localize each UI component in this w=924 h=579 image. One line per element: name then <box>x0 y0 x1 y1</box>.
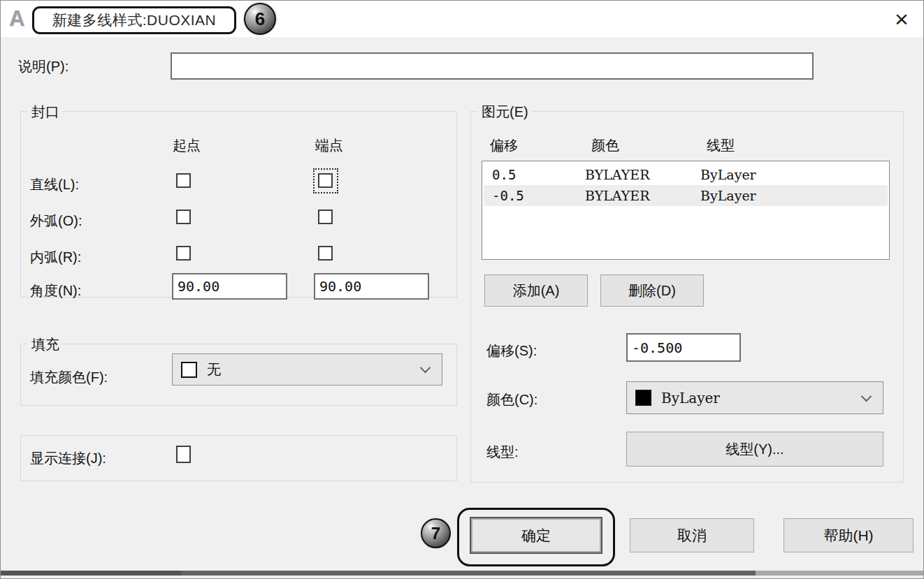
caps-line-start-checkbox[interactable] <box>176 173 191 188</box>
element-linetype-cell: ByLayer <box>700 188 888 203</box>
elements-col-linetype-header: 线型 <box>707 136 735 155</box>
elements-col-offset-header: 偏移 <box>490 136 518 155</box>
description-input[interactable] <box>171 52 814 80</box>
display-joints-checkbox[interactable] <box>176 446 191 463</box>
fill-group-title: 填充 <box>28 335 63 354</box>
step-badge-7: 7 <box>421 518 451 548</box>
caps-outer-arc-end-checkbox[interactable] <box>318 210 333 224</box>
caps-angle-label: 角度(N): <box>30 281 81 300</box>
caps-inner-arc-start-checkbox[interactable] <box>176 246 191 261</box>
help-button[interactable]: 帮助(H) <box>784 518 914 552</box>
element-row-selected[interactable]: -0.5 BYLAYER ByLayer <box>484 185 888 206</box>
add-button[interactable]: 添加(A) <box>484 274 588 307</box>
fill-color-dropdown[interactable]: 无 <box>172 353 442 386</box>
element-color-cell: BYLAYER <box>585 167 700 182</box>
chevron-down-icon <box>420 362 431 374</box>
color-swatch <box>635 390 651 406</box>
caps-angle-end-input[interactable] <box>314 273 429 300</box>
caps-col-start-header: 起点 <box>173 136 201 155</box>
cancel-button[interactable]: 取消 <box>630 518 754 552</box>
caps-col-end-header: 端点 <box>315 136 343 155</box>
delete-button[interactable]: 删除(D) <box>600 274 704 307</box>
description-label: 说明(P): <box>18 57 68 76</box>
caps-inner-arc-label: 内弧(R): <box>30 248 81 267</box>
autocad-logo-icon: A <box>9 6 24 31</box>
caps-outer-arc-label: 外弧(O): <box>30 212 82 230</box>
linetype-label: 线型: <box>486 443 519 462</box>
bottom-edge-left <box>1 571 181 576</box>
ok-button[interactable]: 确定 <box>470 517 602 554</box>
chevron-down-icon <box>861 390 872 402</box>
element-color-cell: BYLAYER <box>585 188 700 203</box>
fill-color-swatch <box>181 362 197 378</box>
elements-group-title: 图元(E) <box>478 103 532 122</box>
element-offset-cell: 0.5 <box>484 167 585 182</box>
linetype-button[interactable]: 线型(Y)... <box>626 432 883 467</box>
offset-input[interactable] <box>626 333 741 362</box>
offset-label: 偏移(S): <box>486 342 537 360</box>
element-linetype-cell: ByLayer <box>700 167 888 182</box>
fill-color-label: 填充颜色(F): <box>30 368 108 387</box>
step-badge-6: 6 <box>244 3 276 35</box>
caps-group-title: 封口 <box>28 103 63 122</box>
window-title: 新建多线样式:DUOXIAN <box>52 10 217 30</box>
fill-color-value: 无 <box>207 360 221 379</box>
new-multiline-style-dialog: A 新建多线样式:DUOXIAN 6 × 说明(P): 封口 起点 端点 直线(… <box>0 0 924 579</box>
bottom-edge-middle <box>181 571 756 576</box>
close-icon: × <box>895 7 909 31</box>
title-annotation-callout: 新建多线样式:DUOXIAN <box>32 6 236 34</box>
color-dropdown[interactable]: ByLayer <box>626 381 883 414</box>
display-joints-label: 显示连接(J): <box>30 449 106 468</box>
caps-inner-arc-end-checkbox[interactable] <box>318 246 333 261</box>
titlebar: A 新建多线样式:DUOXIAN 6 × <box>1 1 923 37</box>
caps-line-label: 直线(L): <box>30 175 79 194</box>
element-offset-cell: -0.5 <box>484 188 585 203</box>
elements-listbox: 0.5 BYLAYER ByLayer -0.5 BYLAYER ByLayer <box>482 161 890 260</box>
caps-line-end-checkbox[interactable] <box>318 173 333 188</box>
color-value: ByLayer <box>661 390 720 406</box>
color-label: 颜色(C): <box>486 390 537 409</box>
elements-col-color-header: 颜色 <box>591 136 619 155</box>
caps-angle-start-input[interactable] <box>172 273 287 300</box>
caps-group: 封口 <box>20 111 457 298</box>
close-button[interactable]: × <box>883 3 921 34</box>
caps-outer-arc-start-checkbox[interactable] <box>176 210 191 224</box>
element-row[interactable]: 0.5 BYLAYER ByLayer <box>484 164 888 185</box>
bottom-edge-right <box>756 571 924 576</box>
